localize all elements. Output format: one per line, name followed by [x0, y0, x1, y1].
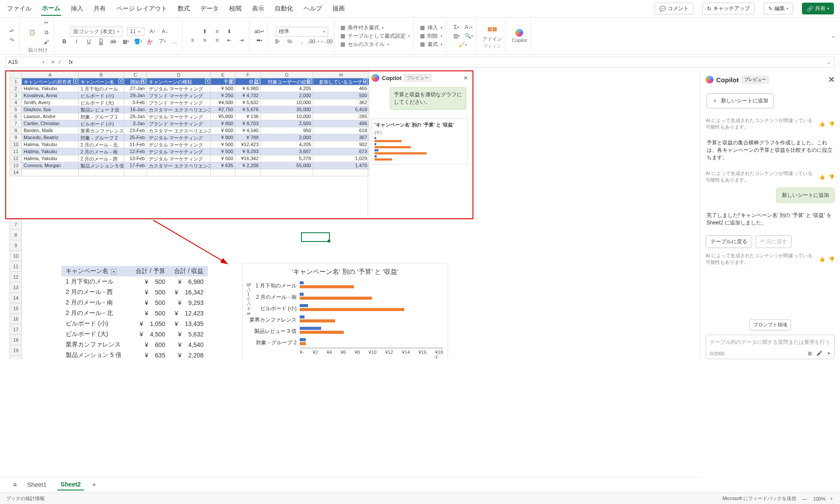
insert-cells-button[interactable]: ▦ 挿入 ▾: [420, 24, 442, 32]
header-cell[interactable]: 参加しているユーザー: [313, 78, 369, 85]
cell[interactable]: 3-Feb: [124, 99, 147, 106]
cell[interactable]: ¥ 5,632: [235, 99, 261, 106]
bold-icon[interactable]: B: [60, 38, 68, 46]
cell[interactable]: ¥16,342: [235, 155, 261, 162]
cell[interactable]: Barden, Malik: [22, 127, 79, 134]
cell[interactable]: [147, 169, 211, 176]
align-right-icon[interactable]: ≡: [213, 36, 221, 44]
menu-help[interactable]: ヘルプ: [303, 2, 323, 15]
cell[interactable]: デジタル マーケティング: [147, 148, 211, 155]
close-icon[interactable]: ✕: [828, 75, 835, 84]
undo-icon[interactable]: ↶: [8, 28, 16, 35]
autosum-icon[interactable]: Σ▾: [452, 23, 460, 31]
cell[interactable]: ¥ 500: [211, 148, 235, 155]
row-header[interactable]: 19: [10, 345, 22, 356]
back-to-table-button[interactable]: テーブルに戻る: [706, 235, 752, 248]
pivot-cell[interactable]: 業界カンファレンス: [61, 340, 131, 350]
sort-filter-icon[interactable]: A↓▾: [465, 23, 472, 31]
cell[interactable]: 対象 - グループ 2: [79, 134, 124, 141]
menu-pagelayout[interactable]: ページ レイアウト: [116, 2, 168, 15]
cell[interactable]: ブランド マーケティング: [147, 120, 211, 127]
cell[interactable]: 16-Jan: [124, 106, 147, 113]
pivot-cell[interactable]: ¥ 500: [131, 298, 170, 308]
cell[interactable]: 496: [313, 120, 369, 127]
cell-style-button[interactable]: ▦ セルのスタイル ▾: [340, 41, 389, 48]
bar-chart[interactable]: 'キャンペーン名' 別の '予算' と '収益' キャンペーン名 1 月下旬のメ…: [242, 263, 448, 359]
underline-icon[interactable]: U: [85, 38, 93, 46]
cell[interactable]: ¥ 800: [211, 134, 235, 141]
cell[interactable]: 3-Jan: [124, 120, 147, 127]
cell[interactable]: 25-Feb: [124, 134, 147, 141]
menu-draw[interactable]: 描画: [332, 2, 346, 15]
cell[interactable]: 465: [313, 85, 369, 92]
cell[interactable]: 618: [313, 127, 369, 134]
cell[interactable]: 10,000: [261, 99, 313, 106]
row-header[interactable]: 9: [10, 240, 22, 251]
cell[interactable]: 2,000: [261, 134, 313, 141]
thumbs-down-icon[interactable]: 👎: [829, 174, 835, 180]
cell[interactable]: Lawson, Andre: [22, 113, 79, 120]
cell[interactable]: 35,000: [261, 106, 313, 113]
menu-formulas[interactable]: 数式: [177, 2, 191, 15]
indent-inc-icon[interactable]: ⇥: [238, 36, 245, 44]
row-header[interactable]: 17: [10, 324, 22, 335]
row-header[interactable]: 12: [10, 272, 22, 282]
format-painter-icon[interactable]: 🖌: [42, 38, 50, 46]
cell[interactable]: Macedo, Beatriz: [22, 134, 79, 141]
cell[interactable]: 5,418: [313, 106, 369, 113]
pivot-cell[interactable]: ¥ 9,293: [170, 298, 208, 308]
undo-button[interactable]: ↶ 元に戻す: [756, 235, 792, 248]
cell[interactable]: 2 月のメール - 西: [79, 155, 124, 162]
font-select[interactable]: 游ゴシック (本文)▾: [70, 27, 122, 37]
cell[interactable]: ¥ 5,676: [235, 106, 261, 113]
cell[interactable]: 902: [313, 141, 369, 148]
cell[interactable]: ¥ 600: [211, 127, 235, 134]
pivot-cell[interactable]: ¥ 2,208: [170, 350, 208, 359]
cell[interactable]: ビルボード (大): [79, 99, 124, 106]
prompt-input[interactable]: テーブル内のデータに関する質問または要求を行う 0/2000 ▦ 🎤 ➤: [706, 335, 835, 359]
filter-icon[interactable]: ▾: [111, 269, 116, 275]
font-size-select[interactable]: 11▾: [127, 27, 144, 36]
cell[interactable]: 製品メンション 5 倍: [79, 162, 124, 169]
close-icon[interactable]: ✕: [463, 75, 468, 81]
pivot-table[interactable]: キャンペーン名▾ 合計 / 予算 合計 / 収益 1 月下旬のメール¥ 500¥…: [61, 266, 208, 359]
cell[interactable]: ¥ 800: [211, 120, 235, 127]
catchup-button[interactable]: ↻ キャッチアップ: [702, 3, 755, 14]
pivot-cell[interactable]: ビルボード (大): [61, 329, 131, 340]
fill-icon[interactable]: ▥▾: [452, 32, 460, 40]
header-cell[interactable]: 予算: [211, 78, 235, 85]
cell[interactable]: 4,205: [261, 85, 313, 92]
cell[interactable]: ¥5,800: [211, 113, 235, 120]
cell[interactable]: デジタル マーケティング: [147, 155, 211, 162]
pivot-cell[interactable]: ¥ 13,435: [170, 318, 208, 329]
cell[interactable]: 3,687: [261, 148, 313, 155]
row-header[interactable]: 11: [10, 261, 22, 272]
mic-icon[interactable]: 🎤: [816, 350, 822, 356]
cell[interactable]: ¥ 136: [235, 113, 261, 120]
menu-home[interactable]: ホーム: [41, 2, 61, 16]
cell[interactable]: 29-Jan: [124, 92, 147, 99]
cell[interactable]: 2,000: [261, 92, 313, 99]
align-left-icon[interactable]: ≡: [189, 36, 196, 44]
edit-button[interactable]: ✎ 編集 ▾: [763, 3, 793, 14]
cell[interactable]: ¥ 250: [211, 92, 235, 99]
thumbs-up-icon[interactable]: 👍: [819, 174, 825, 180]
col-C[interactable]: C: [124, 71, 147, 78]
find-icon[interactable]: 🔍▾: [465, 32, 472, 40]
cell[interactable]: [22, 169, 79, 176]
cell[interactable]: 2 月のメール - 北: [79, 141, 124, 148]
cell[interactable]: デジタル マーケティング: [147, 134, 211, 141]
row-header[interactable]: 14: [10, 293, 22, 303]
row-header[interactable]: 7: [10, 219, 22, 230]
cell[interactable]: 12-Feb: [124, 148, 147, 155]
cell[interactable]: [211, 169, 235, 176]
pivot-cell[interactable]: ¥ 16,342: [170, 287, 208, 298]
cell[interactable]: ¥ 635: [211, 162, 235, 169]
cell[interactable]: ¥ 500: [211, 141, 235, 148]
thumbs-up-icon[interactable]: 👍: [819, 121, 825, 127]
merge-icon[interactable]: ⬌▾: [256, 36, 263, 44]
furigana-icon[interactable]: …: [171, 38, 178, 46]
cell[interactable]: 27-Jan: [124, 85, 147, 92]
phonetic-icon[interactable]: ア▾: [158, 38, 166, 46]
cell[interactable]: [235, 169, 261, 176]
